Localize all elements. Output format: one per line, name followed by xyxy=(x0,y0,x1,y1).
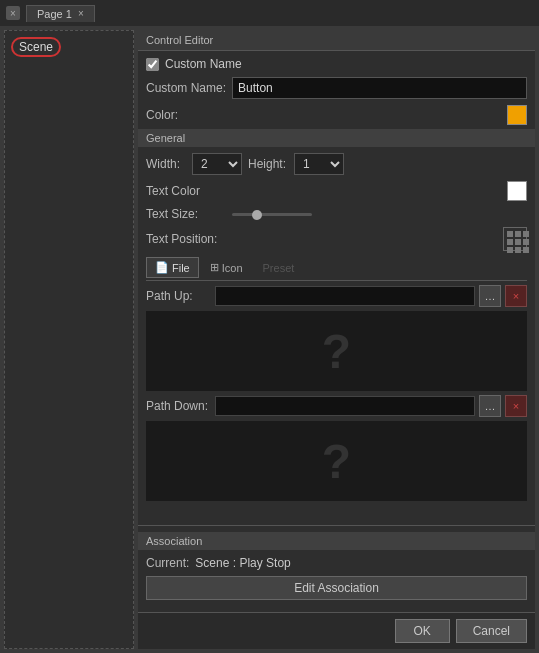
title-bar: × Page 1 × xyxy=(0,0,539,26)
height-label: Height: xyxy=(248,157,288,171)
custom-name-label: Custom Name: xyxy=(146,81,226,95)
path-down-placeholder-icon: ? xyxy=(322,434,351,489)
scene-panel: Scene xyxy=(4,30,134,649)
text-position-grid[interactable] xyxy=(503,227,527,251)
width-label: Width: xyxy=(146,157,186,171)
right-panel: Control Editor Custom Name Custom Name: … xyxy=(138,30,535,649)
path-down-label: Path Down: xyxy=(146,399,211,413)
association-header: Association xyxy=(138,532,535,550)
path-up-browse-button[interactable]: … xyxy=(479,285,501,307)
path-down-browse-button[interactable]: … xyxy=(479,395,501,417)
tab-file-label: File xyxy=(172,262,190,274)
path-down-row: Path Down: … × xyxy=(146,395,527,417)
cancel-button[interactable]: Cancel xyxy=(456,619,527,643)
color-swatch[interactable] xyxy=(507,105,527,125)
tab-close-button[interactable]: × xyxy=(78,8,84,19)
tab-icon[interactable]: ⊞ Icon xyxy=(201,257,252,278)
color-row: Color: xyxy=(146,105,527,125)
path-up-clear-button[interactable]: × xyxy=(505,285,527,307)
association-current-label: Current: xyxy=(146,556,189,570)
path-down-input[interactable] xyxy=(215,396,475,416)
tab-preset: Preset xyxy=(254,258,304,278)
text-position-row: Text Position: xyxy=(146,227,527,251)
custom-name-checkbox-row: Custom Name xyxy=(146,57,527,71)
text-size-slider-track[interactable] xyxy=(232,213,312,216)
width-select[interactable]: 2 xyxy=(192,153,242,175)
path-up-placeholder-icon: ? xyxy=(322,324,351,379)
color-label: Color: xyxy=(146,108,226,122)
page-tab[interactable]: Page 1 × xyxy=(26,5,95,22)
custom-name-field-row: Custom Name: xyxy=(146,77,527,99)
text-color-row: Text Color xyxy=(146,181,527,201)
control-editor-body: Custom Name Custom Name: Color: General … xyxy=(138,51,535,525)
general-header: General xyxy=(138,129,535,147)
tab-file[interactable]: 📄 File xyxy=(146,257,199,278)
height-select[interactable]: 1 xyxy=(294,153,344,175)
main-layout: Scene Control Editor Custom Name Custom … xyxy=(0,26,539,653)
text-position-label: Text Position: xyxy=(146,232,226,246)
path-up-preview: ? xyxy=(146,311,527,391)
text-size-slider-thumb[interactable] xyxy=(252,210,262,220)
text-color-label: Text Color xyxy=(146,184,226,198)
text-size-row: Text Size: xyxy=(146,207,527,221)
text-size-label: Text Size: xyxy=(146,207,226,221)
association-current-row: Current: Scene : Play Stop xyxy=(146,556,527,570)
association-current-value: Scene : Play Stop xyxy=(195,556,290,570)
tab-icon-label: Icon xyxy=(222,262,243,274)
window-close-button[interactable]: × xyxy=(6,6,20,20)
general-section: General Width: 2 Height: 1 Text Color xyxy=(146,129,527,501)
custom-name-checkbox[interactable] xyxy=(146,58,159,71)
image-tabs-row: 📄 File ⊞ Icon Preset xyxy=(146,257,527,281)
path-down-clear-button[interactable]: × xyxy=(505,395,527,417)
path-up-input[interactable] xyxy=(215,286,475,306)
width-height-row: Width: 2 Height: 1 xyxy=(146,153,527,175)
tab-preset-label: Preset xyxy=(263,262,295,274)
scene-label: Scene xyxy=(11,37,61,57)
path-up-row: Path Up: … × xyxy=(146,285,527,307)
path-down-preview: ? xyxy=(146,421,527,501)
control-editor-header: Control Editor xyxy=(138,30,535,51)
path-up-label: Path Up: xyxy=(146,289,211,303)
bottom-bar: OK Cancel xyxy=(138,612,535,649)
association-section: Association Current: Scene : Play Stop E… xyxy=(138,525,535,612)
ok-button[interactable]: OK xyxy=(395,619,450,643)
custom-name-input[interactable] xyxy=(232,77,527,99)
edit-association-button[interactable]: Edit Association xyxy=(146,576,527,600)
file-icon: 📄 xyxy=(155,261,169,274)
page-tab-label: Page 1 xyxy=(37,8,72,20)
text-color-swatch[interactable] xyxy=(507,181,527,201)
icon-grid-icon: ⊞ xyxy=(210,261,219,274)
custom-name-checkbox-label: Custom Name xyxy=(165,57,242,71)
